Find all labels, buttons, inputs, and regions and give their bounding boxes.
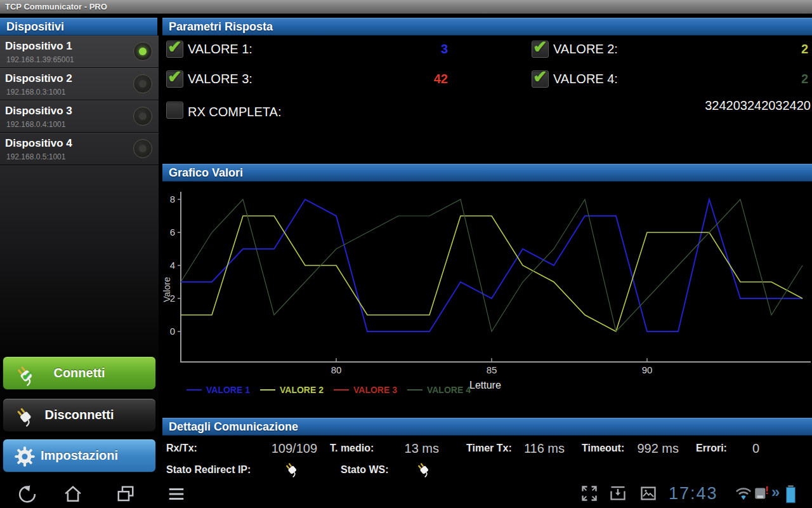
legend-item: VALORE 4 (407, 385, 471, 395)
legend-label: VALORE 4 (427, 385, 471, 395)
valore4-value: 2 (681, 72, 808, 86)
errori-value: 0 (721, 441, 759, 456)
radio-dot (139, 145, 147, 152)
legend-label: VALORE 2 (280, 385, 324, 395)
device-list-item[interactable]: Dispositivo 2 192.168.0.3:1001 (0, 68, 159, 100)
device-ip: 192.168.0.5:1001 (6, 152, 65, 161)
svg-text:0: 0 (170, 326, 175, 337)
device-name: Dispositivo 2 (5, 72, 72, 85)
device-radio[interactable] (133, 107, 152, 126)
legend-label: VALORE 3 (353, 385, 397, 395)
system-nav-bar: 17:43 ! » (0, 479, 812, 508)
device-radio[interactable] (133, 74, 152, 93)
valore4-label: VALORE 4: (553, 72, 618, 86)
chart-legend-row: VALORE 1VALORE 2VALORE 3VALORE 4 Letture (162, 380, 812, 403)
tmedio-value: 13 ms (372, 441, 439, 456)
back-icon[interactable] (18, 485, 37, 504)
home-icon[interactable] (63, 485, 82, 504)
device-list-item[interactable]: Dispositivo 3 192.168.0.4:1001 (0, 100, 159, 133)
chevron-right-icon[interactable]: » (771, 483, 780, 501)
details-panel-title: Dettagli Comunicazione (162, 418, 812, 435)
chart-legend: VALORE 1VALORE 2VALORE 3VALORE 4 (187, 385, 471, 395)
legend-item: VALORE 1 (187, 385, 250, 395)
rx-completa-value: 324203242032420 (544, 98, 811, 113)
chart-panel-title: Grafico Valori (162, 164, 812, 181)
device-name: Dispositivo 4 (5, 137, 72, 150)
radio-dot (139, 112, 147, 120)
valore2-value: 2 (681, 42, 808, 57)
devices-panel-title: Dispositivi (0, 18, 157, 35)
valore3-checkbox[interactable]: ✔ (166, 70, 183, 88)
rx-completa-checkbox[interactable]: ✔ (166, 102, 183, 119)
disconnect-button[interactable]: Disconnetti (3, 398, 156, 432)
svg-text:8: 8 (170, 194, 175, 204)
radio-dot (139, 48, 147, 55)
notification-icon[interactable]: ! (752, 485, 771, 504)
details-panel-header: Dettagli Comunicazione (162, 418, 812, 436)
ws-status-plug-icon (415, 460, 431, 477)
valore1-checkbox[interactable]: ✔ (166, 41, 183, 58)
values-chart: 02468Valore808590 (162, 182, 812, 376)
check-icon: ✔ (533, 67, 547, 87)
legend-line-swatch (334, 389, 349, 391)
screenshot-tray-icon[interactable] (609, 485, 628, 504)
menu-icon[interactable] (167, 485, 186, 504)
chart-canvas: 02468Valore808590 (162, 182, 812, 376)
chart-panel-header: Grafico Valori (162, 164, 812, 182)
connect-button-label: Connetti (3, 366, 155, 380)
devices-panel-header: Dispositivi (0, 18, 157, 36)
timeout-value: 992 ms (606, 441, 679, 456)
connect-button[interactable]: ✔ Connetti (3, 356, 156, 390)
stato-redirect-label: Stato Redirect IP: (166, 464, 251, 476)
svg-text:80: 80 (331, 364, 342, 375)
svg-text:6: 6 (170, 227, 175, 237)
rxtx-value: 109/109 (219, 441, 317, 456)
x-axis-label: Letture (469, 380, 501, 391)
legend-line-swatch (260, 389, 275, 391)
main-content: ✔ VALORE 1: 3 ✔ VALORE 2: 2 ✔ VALORE 3: … (162, 0, 812, 508)
valore2-checkbox[interactable]: ✔ (532, 41, 549, 58)
device-ip: 192.168.0.4:1001 (6, 120, 65, 129)
stato-ws-label: Stato WS: (341, 464, 389, 476)
radio-dot (139, 80, 147, 88)
valore2-label: VALORE 2: (553, 42, 618, 57)
device-list-item[interactable]: Dispositivo 1 192.168.1.39:65001 (0, 36, 159, 68)
legend-item: VALORE 2 (260, 385, 324, 395)
device-name: Dispositivo 3 (5, 105, 72, 117)
valore4-checkbox[interactable]: ✔ (532, 70, 549, 88)
disconnect-button-label: Disconnetti (3, 408, 155, 422)
check-icon: ✔ (533, 37, 547, 57)
tmedio-label: T. medio: (330, 443, 374, 454)
device-list-item[interactable]: Dispositivo 4 192.168.0.5:1001 (0, 133, 159, 165)
svg-text:4: 4 (170, 260, 175, 271)
svg-text:!: ! (765, 485, 768, 496)
device-radio[interactable] (133, 42, 152, 61)
settings-button[interactable]: Impostazioni (3, 439, 156, 472)
svg-text:90: 90 (642, 364, 653, 375)
svg-text:85: 85 (487, 364, 497, 375)
rx-completa-label: RX COMPLETA: (188, 105, 281, 119)
settings-button-label: Impostazioni (3, 448, 155, 463)
recent-apps-icon[interactable] (116, 485, 135, 504)
device-radio[interactable] (133, 139, 152, 158)
status-clock[interactable]: 17:43 (669, 484, 718, 504)
gallery-icon[interactable] (639, 485, 658, 504)
valore1-label: VALORE 1: (188, 42, 252, 57)
fullscreen-icon[interactable] (580, 485, 599, 504)
app-screen: TCP Communicator - PRO Dispositivi Param… (0, 0, 812, 508)
redirect-status-plug-icon (283, 460, 299, 477)
check-icon: ✔ (167, 37, 182, 57)
device-name: Dispositivo 1 (5, 40, 72, 53)
legend-label: VALORE 1 (206, 385, 250, 395)
timertx-value: 116 ms (492, 441, 565, 456)
battery-icon[interactable] (785, 485, 804, 504)
device-ip: 192.168.0.3:1001 (6, 88, 65, 97)
wifi-icon[interactable] (735, 485, 754, 504)
svg-text:Valore: Valore (162, 277, 172, 302)
legend-line-swatch (187, 389, 202, 391)
legend-line-swatch (407, 389, 422, 391)
valore3-label: VALORE 3: (188, 72, 252, 86)
valore3-value: 42 (353, 72, 448, 86)
device-ip: 192.168.1.39:65001 (6, 55, 74, 64)
check-icon: ✔ (167, 67, 182, 87)
